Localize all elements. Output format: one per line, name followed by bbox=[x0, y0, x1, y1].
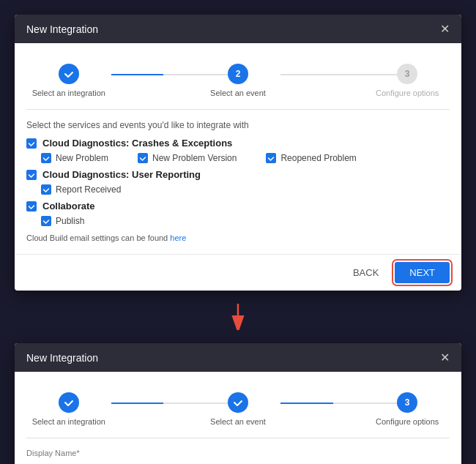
category-1-sub-items: New Problem New Problem Version Reopened… bbox=[41, 153, 450, 163]
step2-2-label: Select an event bbox=[210, 417, 266, 426]
step-1-circle bbox=[59, 64, 79, 84]
category-2-title: Cloud Diagnostics: User Reporting bbox=[42, 169, 201, 180]
cloud-build-note: Cloud Build email settings can be found … bbox=[26, 233, 450, 242]
display-name-field: Display Name* bbox=[26, 449, 450, 464]
modal-1-body: Select an integration 2 Select an event … bbox=[15, 43, 461, 254]
step-2-circle: 2 bbox=[228, 64, 248, 84]
category-3-header: Collaborate bbox=[26, 201, 450, 212]
category-2-checkbox[interactable] bbox=[26, 170, 37, 180]
step-1-label: Select an integration bbox=[32, 89, 105, 97]
new-problem-checkbox[interactable] bbox=[41, 153, 51, 163]
down-arrow bbox=[15, 302, 461, 332]
category-3-checkbox[interactable] bbox=[26, 201, 37, 212]
modal-1-back-button[interactable]: BACK bbox=[344, 263, 387, 282]
modal-1-footer: BACK NEXT bbox=[15, 254, 461, 291]
category-3-sub-items: Publish bbox=[41, 216, 450, 226]
cloud-build-link[interactable]: here bbox=[170, 233, 186, 242]
category-1-title: Cloud Diagnostics: Crashes & Exceptions bbox=[42, 138, 232, 149]
step2-1-select-integration: Select an integration bbox=[26, 392, 111, 426]
sub-item-new-problem-version: New Problem Version bbox=[138, 153, 237, 163]
new-problem-version-checkbox[interactable] bbox=[138, 153, 148, 163]
category-3-title: Collaborate bbox=[42, 201, 95, 212]
step2-1-circle bbox=[59, 392, 79, 413]
step2-2-select-event: Select an event bbox=[196, 392, 280, 426]
modal-1-next-button[interactable]: NEXT bbox=[395, 262, 450, 283]
category-2-sub-items: Report Received bbox=[41, 184, 450, 195]
publish-checkbox[interactable] bbox=[41, 216, 51, 226]
modal-1-title: New Integration bbox=[26, 23, 98, 35]
modal-2-stepper: Select an integration Select an event 3 … bbox=[26, 383, 450, 438]
step2-3-label: Configure options bbox=[376, 417, 439, 426]
report-received-checkbox[interactable] bbox=[41, 184, 51, 195]
reopened-problem-checkbox[interactable] bbox=[266, 153, 276, 163]
new-problem-version-label: New Problem Version bbox=[152, 153, 237, 163]
category-1-header: Cloud Diagnostics: Crashes & Exceptions bbox=[26, 138, 450, 149]
modal-2: New Integration ✕ Select an integration bbox=[15, 343, 461, 464]
step2-2-circle bbox=[228, 392, 248, 413]
category-2-header: Cloud Diagnostics: User Reporting bbox=[26, 169, 450, 180]
sub-item-report-received: Report Received bbox=[41, 184, 121, 195]
modal-1-stepper: Select an integration 2 Select an event … bbox=[26, 55, 450, 110]
step-2-select-event: 2 Select an event bbox=[196, 64, 280, 97]
modal-1: New Integration ✕ Select an integration … bbox=[15, 15, 461, 291]
step-3-label: Configure options bbox=[376, 89, 439, 97]
modal-2-body: Select an integration Select an event 3 … bbox=[15, 372, 461, 464]
step2-3-circle: 3 bbox=[397, 392, 417, 413]
modal-2-title: New Integration bbox=[26, 352, 98, 364]
publish-label: Publish bbox=[56, 216, 84, 226]
step-1-select-integration: Select an integration bbox=[26, 64, 111, 97]
reopened-problem-label: Reopened Problem bbox=[280, 153, 356, 163]
new-problem-label: New Problem bbox=[56, 153, 108, 163]
modal-1-header: New Integration ✕ bbox=[15, 15, 461, 43]
modal-2-close-button[interactable]: ✕ bbox=[440, 351, 450, 364]
category-1-checkbox[interactable] bbox=[26, 138, 37, 149]
section-label: Select the services and events you'd lik… bbox=[26, 120, 450, 130]
sub-item-reopened-problem: Reopened Problem bbox=[266, 153, 356, 163]
step-3-configure: 3 Configure options bbox=[365, 64, 450, 97]
modal-2-header: New Integration ✕ bbox=[15, 343, 461, 372]
sub-item-publish: Publish bbox=[41, 216, 84, 226]
step2-3-configure: 3 Configure options bbox=[365, 392, 450, 426]
display-name-input[interactable] bbox=[26, 460, 450, 464]
display-name-label: Display Name* bbox=[26, 449, 450, 457]
step2-1-label: Select an integration bbox=[32, 417, 105, 426]
sub-item-new-problem: New Problem bbox=[41, 153, 108, 163]
step-2-label: Select an event bbox=[210, 89, 266, 97]
step-3-circle: 3 bbox=[397, 64, 417, 84]
modal-1-close-button[interactable]: ✕ bbox=[440, 22, 450, 36]
report-received-label: Report Received bbox=[56, 184, 121, 195]
